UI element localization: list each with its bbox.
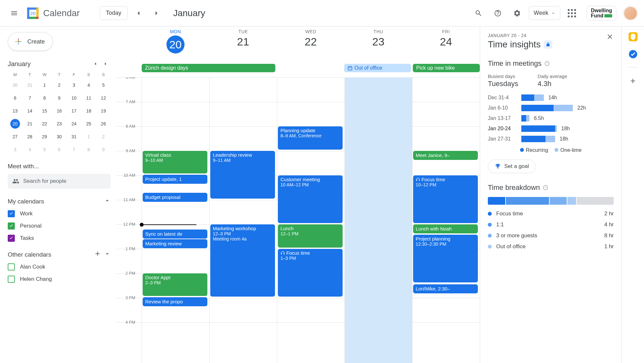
set-goal-button[interactable]: Set a goal bbox=[488, 160, 536, 173]
day-column[interactable] bbox=[345, 77, 412, 363]
collapse-icon[interactable] bbox=[104, 250, 111, 259]
keep-icon[interactable] bbox=[629, 32, 638, 41]
menu-icon[interactable] bbox=[6, 5, 22, 21]
prev-week-button[interactable] bbox=[131, 6, 146, 20]
mini-day[interactable]: 2 bbox=[99, 132, 108, 142]
allday-event[interactable]: Zürich design days bbox=[142, 64, 275, 72]
calendar-item[interactable]: Personal bbox=[8, 222, 111, 230]
close-icon[interactable] bbox=[606, 33, 614, 42]
calendar-item[interactable]: Alan Cook bbox=[8, 263, 111, 270]
calendar-item[interactable]: Tasks bbox=[8, 235, 111, 242]
mini-day[interactable]: 25 bbox=[84, 119, 93, 129]
mini-day[interactable]: 1 bbox=[40, 80, 49, 90]
mini-day[interactable]: 6 bbox=[54, 145, 64, 154]
event[interactable]: Marketing workshop12–3 PMMeeting room 4a bbox=[210, 224, 275, 297]
view-selector[interactable]: Week bbox=[529, 6, 560, 20]
checkbox-icon[interactable] bbox=[8, 276, 15, 283]
mini-day[interactable]: 3 bbox=[69, 80, 79, 90]
mini-day[interactable]: 26 bbox=[99, 119, 108, 129]
mini-day[interactable]: 30 bbox=[10, 80, 20, 90]
apps-icon[interactable] bbox=[564, 5, 580, 21]
allday-event-ooo[interactable]: Out of office bbox=[344, 64, 411, 72]
event[interactable]: Marketing review bbox=[143, 239, 207, 248]
checkbox-icon[interactable] bbox=[8, 210, 15, 217]
mini-day[interactable]: 24 bbox=[69, 119, 79, 129]
mini-day[interactable]: 9 bbox=[99, 145, 108, 154]
help-icon[interactable] bbox=[490, 5, 506, 21]
mini-day[interactable]: 17 bbox=[69, 106, 79, 116]
day-column[interactable]: Virtual class9–10 AMProject update, 1Bud… bbox=[142, 77, 209, 363]
mini-day[interactable]: 29 bbox=[40, 132, 49, 142]
mini-day[interactable]: 10 bbox=[69, 93, 79, 103]
mini-day[interactable]: 5 bbox=[40, 145, 49, 154]
event[interactable]: Focus time1–3 PM bbox=[278, 249, 343, 297]
allday-event[interactable]: Pick up new bike bbox=[413, 64, 480, 72]
mini-day[interactable]: 5 bbox=[99, 80, 108, 90]
event[interactable]: Focus time10–12 PM bbox=[413, 175, 478, 223]
day-header[interactable]: MON20 bbox=[142, 26, 209, 65]
calendar-item[interactable]: Helen Chang bbox=[8, 276, 111, 283]
event[interactable]: Budget proposal bbox=[143, 193, 207, 202]
mini-day[interactable]: 6 bbox=[10, 93, 20, 103]
search-icon[interactable] bbox=[471, 5, 486, 21]
calendar-item[interactable]: Work bbox=[8, 210, 111, 217]
day-column[interactable]: Leadership review9–11 AMMarketing worksh… bbox=[209, 77, 277, 363]
search-people-input[interactable]: Search for people bbox=[8, 174, 111, 189]
mini-day[interactable]: 4 bbox=[25, 145, 35, 154]
checkbox-icon[interactable] bbox=[8, 222, 15, 230]
checkbox-icon[interactable] bbox=[8, 263, 15, 270]
add-app-button[interactable]: + bbox=[630, 76, 635, 86]
tasks-icon[interactable] bbox=[629, 50, 638, 59]
mini-day[interactable]: 7 bbox=[69, 145, 79, 154]
mini-prev-button[interactable] bbox=[90, 59, 100, 69]
day-header[interactable]: WED22 bbox=[277, 26, 345, 65]
event[interactable]: Meet Janice, 9– bbox=[413, 151, 478, 160]
mini-day[interactable]: 11 bbox=[84, 93, 93, 103]
event[interactable]: Doctor Appt2–3 PM bbox=[143, 273, 207, 296]
event[interactable]: Lunch12–1 PM bbox=[278, 224, 343, 248]
event[interactable]: Leadership review9–11 AM bbox=[210, 151, 275, 199]
mini-calendar[interactable]: MTWTFSS303112345678910111213141516171819… bbox=[8, 72, 111, 154]
today-button[interactable]: Today bbox=[100, 6, 128, 20]
event[interactable]: Customer meeting10 AM–12 PM bbox=[278, 175, 343, 223]
mini-day[interactable]: 4 bbox=[84, 80, 93, 90]
mini-day[interactable]: 30 bbox=[54, 132, 64, 142]
event[interactable]: Sync on latest de bbox=[143, 230, 207, 239]
mini-day[interactable]: 19 bbox=[99, 106, 108, 116]
mini-day[interactable]: 21 bbox=[25, 119, 35, 129]
mini-day[interactable]: 3 bbox=[10, 145, 20, 154]
mini-day[interactable]: 20 bbox=[10, 119, 20, 129]
day-header[interactable]: THU23 bbox=[345, 26, 412, 65]
mini-day[interactable]: 23 bbox=[54, 119, 64, 129]
mini-day[interactable]: 22 bbox=[40, 119, 49, 129]
next-week-button[interactable] bbox=[149, 6, 164, 20]
event[interactable]: Virtual class9–10 AM bbox=[143, 151, 207, 173]
mini-day[interactable]: 14 bbox=[25, 106, 35, 116]
mini-day[interactable]: 15 bbox=[40, 106, 49, 116]
checkbox-icon[interactable] bbox=[8, 235, 15, 242]
event[interactable]: Lunch with Noah bbox=[413, 224, 478, 233]
mini-next-button[interactable] bbox=[100, 59, 111, 69]
mini-day[interactable]: 1 bbox=[84, 132, 93, 142]
settings-icon[interactable] bbox=[509, 5, 525, 21]
mini-day[interactable]: 28 bbox=[25, 132, 35, 142]
mini-day[interactable]: 27 bbox=[10, 132, 20, 142]
mini-day[interactable]: 16 bbox=[54, 106, 64, 116]
mini-day[interactable]: 18 bbox=[84, 106, 93, 116]
day-header[interactable]: TUE21 bbox=[209, 26, 277, 65]
collapse-icon[interactable] bbox=[104, 197, 111, 206]
event[interactable]: Planning update8–9 AM, Conference bbox=[278, 126, 343, 150]
day-column[interactable]: Meet Janice, 9–Focus time10–12 PMLunch w… bbox=[412, 77, 480, 363]
mini-day[interactable]: 13 bbox=[10, 106, 20, 116]
mini-day[interactable]: 31 bbox=[25, 80, 35, 90]
event[interactable]: Review the propo bbox=[143, 297, 207, 306]
mini-day[interactable]: 7 bbox=[25, 93, 35, 103]
day-column[interactable]: Planning update8–9 AM, ConferenceCustome… bbox=[277, 77, 345, 363]
event[interactable]: Project update, 1 bbox=[143, 175, 207, 184]
avatar[interactable] bbox=[623, 6, 638, 20]
mini-day[interactable]: 8 bbox=[84, 145, 93, 154]
mini-day[interactable]: 9 bbox=[54, 93, 64, 103]
mini-day[interactable]: 31 bbox=[69, 132, 79, 142]
create-button[interactable]: Create bbox=[8, 32, 53, 51]
mini-day[interactable]: 8 bbox=[40, 93, 49, 103]
